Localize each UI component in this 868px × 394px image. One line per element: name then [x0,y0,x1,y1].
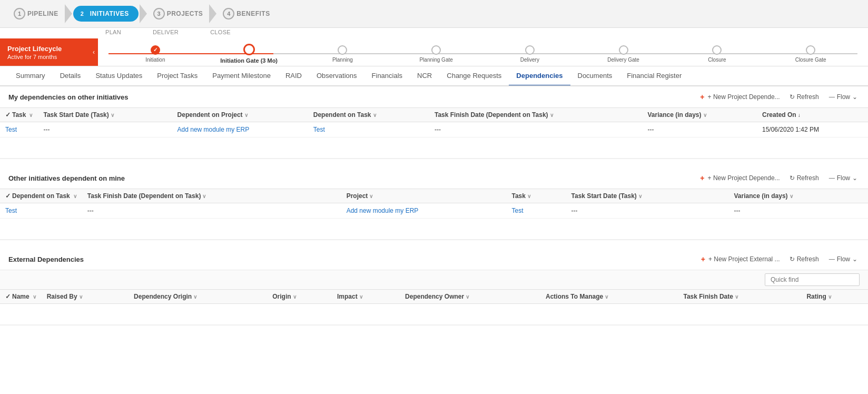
tab-financials[interactable]: Financials [364,66,410,86]
pipeline-step-2[interactable]: 2 INITIATIVES [73,6,139,22]
my-dependencies-title: My dependencies on other initiatives [8,93,129,101]
th-raised-by[interactable]: Raised By∨ [42,290,129,304]
pipeline-arrow-1 [65,4,72,23]
step-label-3: PROJECTS [167,10,203,17]
node-label-planning-gate: Planning Gate [419,57,452,63]
step-label-4: BENEFITS [236,10,270,17]
tab-financial-register[interactable]: Financial Register [619,66,689,86]
step-badge-2: 2 [76,8,88,19]
td-task-oi-0[interactable]: Test [507,203,566,219]
th-task-finish-date-dep2[interactable]: Task Finish Date (Dependent on Task)∨ [82,189,341,203]
th-dependency-origin[interactable]: Dependency Origin∨ [129,290,267,304]
timeline-node-initiation-gate[interactable]: Initiation Gate (3 Mo) [202,44,296,64]
external-dependencies-table-header: ✓ Name∨ Raised By∨ Dependency Origin∨ Or… [0,290,868,304]
external-dependencies-flow-button[interactable]: ⸻ Flow ⌄ [826,254,860,264]
th-variance-2[interactable]: Variance (in days)∨ [729,189,868,203]
tab-summary[interactable]: Summary [8,66,53,86]
external-dependencies-new-button[interactable]: + + New Project External ... [699,254,782,264]
step-label-2: INITIATIVES [90,10,129,17]
th-created-on[interactable]: Created On↓ [757,108,868,122]
pipeline-sub-steps: PLAN DELIVER CLOSE [0,28,868,38]
th-origin[interactable]: Origin∨ [267,290,332,304]
th-impact[interactable]: Impact∨ [332,290,400,304]
pipeline-bar: 1 PIPELINE 2 INITIATIVES 3 PROJECTS 4 BE… [0,0,868,28]
timeline-node-delivery-gate[interactable]: Delivery Gate [577,45,670,63]
pipeline-step-3[interactable]: 3 PROJECTS [148,6,209,22]
node-circle-closure [712,45,722,55]
timeline-node-planning[interactable]: Planning [296,45,390,63]
lifecycle-timeline: Initiation Initiation Gate (3 Mo) Planni… [98,38,868,66]
timeline-node-delivery[interactable]: Delivery [483,45,577,63]
node-label-delivery: Delivery [520,57,539,63]
tab-ncr[interactable]: NCR [410,66,439,86]
tab-project-tasks[interactable]: Project Tasks [150,66,205,86]
tab-raid[interactable]: RAID [278,66,309,86]
my-dependencies-table: ✓ Task∨ Task Start Date (Task)∨ Dependen… [0,107,868,159]
external-dependencies-table: ✓ Name∨ Raised By∨ Dependency Origin∨ Or… [0,289,868,325]
my-dependencies-new-button[interactable]: + + New Project Depende... [698,92,782,102]
tab-status-updates[interactable]: Status Updates [88,66,150,86]
node-label-closure-gate: Closure Gate [795,57,826,63]
tab-change-requests[interactable]: Change Requests [439,66,509,86]
other-initiatives-new-button[interactable]: + + New Project Depende... [698,173,782,183]
th-check-3[interactable]: ✓ Name∨ [0,290,42,304]
lifecycle-title: Project Lifecycle [7,45,82,53]
td-dep-task-0[interactable]: Test [0,203,82,219]
th-task-finish-date-ext[interactable]: Task Finish Date∨ [678,290,801,304]
tab-documents[interactable]: Documents [570,66,620,86]
other-initiatives-header: Other initiatives dependent on mine + + … [0,168,868,189]
timeline-node-closure-gate[interactable]: Closure Gate [764,45,857,63]
th-task-finish-date-dep[interactable]: Task Finish Date (Dependent on Task)∨ [429,108,643,122]
th-task-start-date-2[interactable]: Task Start Date (Task)∨ [566,189,729,203]
th-dependent-on-project[interactable]: Dependent on Project∨ [172,108,308,122]
td-variance-oi-0: --- [729,203,868,219]
lifecycle-subtitle: Active for 7 months [7,54,82,60]
td-task-0[interactable]: Test [0,122,38,137]
other-initiatives-flow-button[interactable]: ⸻ Flow ⌄ [826,173,860,183]
refresh-icon-2: ↻ [790,174,795,182]
th-project-2[interactable]: Project∨ [341,189,507,203]
node-circle-delivery [525,45,535,55]
th-variance-1[interactable]: Variance (in days)∨ [642,108,756,122]
tab-dependencies[interactable]: Dependencies [509,66,570,86]
other-initiatives-refresh-button[interactable]: ↻ Refresh [787,173,821,183]
node-label-initiation: Initiation [145,57,165,63]
quickfind-input[interactable] [765,273,860,286]
refresh-icon-3: ↻ [790,255,795,263]
tab-payment-milestone[interactable]: Payment Milestone [205,66,278,86]
th-dependent-on-task[interactable]: Dependent on Task∨ [308,108,429,122]
refresh-label-3: Refresh [797,255,819,263]
pipeline-step-1[interactable]: 1 PIPELINE [8,6,64,22]
tab-details[interactable]: Details [53,66,88,86]
th-task-start-date-1[interactable]: Task Start Date (Task)∨ [38,108,172,122]
th-check-2[interactable]: ✓ Dependent on Task∨ [0,189,82,203]
other-initiatives-actions: + + New Project Depende... ↻ Refresh ⸻ F… [698,173,860,183]
refresh-icon: ↻ [790,93,795,101]
other-initiatives-empty-row [0,219,868,240]
td-dependent-on-project-0[interactable]: Add new module my ERP [172,122,308,137]
new-btn-label-2: + New Project Depende... [708,174,780,182]
td-task-finish-date-dep-0: --- [429,122,643,137]
th-rating[interactable]: Rating∨ [801,290,868,304]
th-actions-to-manage[interactable]: Actions To Manage∨ [540,290,678,304]
td-dependent-on-task-0[interactable]: Test [308,122,429,137]
external-dependencies-section: External Dependencies + + New Project Ex… [0,249,868,326]
pipeline-step-4[interactable]: 4 BENEFITS [218,6,275,22]
lifecycle-collapse-button[interactable]: ‹ [90,38,98,66]
th-task-2[interactable]: Task∨ [507,189,566,203]
th-dependency-owner[interactable]: Dependency Owner∨ [400,290,540,304]
th-check-1[interactable]: ✓ Task∨ [0,108,38,122]
tab-observations[interactable]: Observations [309,66,364,86]
external-dependencies-refresh-button[interactable]: ↻ Refresh [787,254,821,264]
timeline-node-initiation[interactable]: Initiation [108,45,202,63]
timeline-node-planning-gate[interactable]: Planning Gate [389,45,483,63]
timeline-node-closure[interactable]: Closure [670,45,764,63]
my-dependencies-flow-button[interactable]: ⸻ Flow ⌄ [826,92,860,102]
other-initiatives-table: ✓ Dependent on Task∨ Task Finish Date (D… [0,189,868,240]
step-label-1: PIPELINE [27,10,58,17]
td-project-0[interactable]: Add new module my ERP [341,203,507,219]
flow-icon-2: ⸻ [828,174,835,182]
other-initiatives-section: Other initiatives dependent on mine + + … [0,168,868,240]
my-dependencies-table-header: ✓ Task∨ Task Start Date (Task)∨ Dependen… [0,108,868,122]
my-dependencies-refresh-button[interactable]: ↻ Refresh [787,92,821,102]
